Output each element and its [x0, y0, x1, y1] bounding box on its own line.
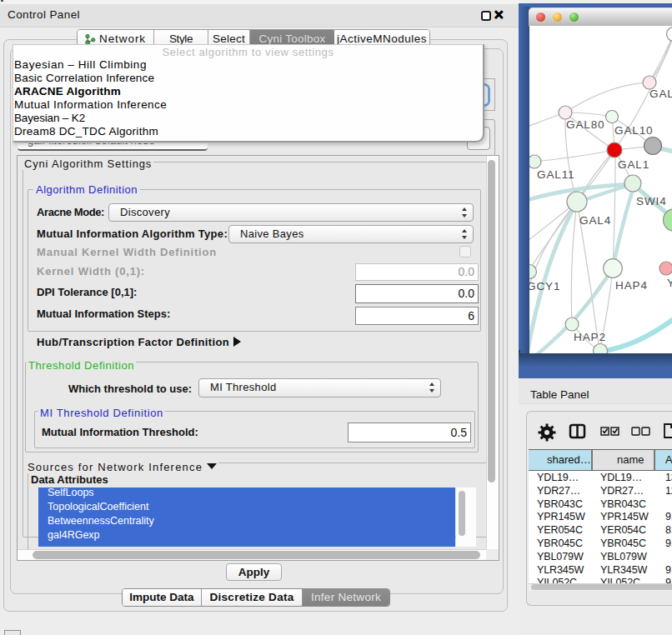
svg-text:SWI4: SWI4 [636, 195, 667, 208]
svg-text:GAL80: GAL80 [566, 118, 605, 131]
svg-text:GAL1: GAL1 [618, 158, 649, 171]
svg-text:GAL4: GAL4 [579, 214, 611, 227]
svg-text:GAL11: GAL11 [537, 168, 575, 181]
svg-text:GAL2: GAL2 [649, 88, 672, 100]
svg-text:Y: Y [667, 277, 672, 289]
svg-text:GAL10: GAL10 [614, 124, 654, 137]
svg-text:GCY1: GCY1 [529, 280, 560, 292]
svg-text:HAP4: HAP4 [615, 279, 648, 292]
svg-text:HAP2: HAP2 [574, 331, 606, 343]
